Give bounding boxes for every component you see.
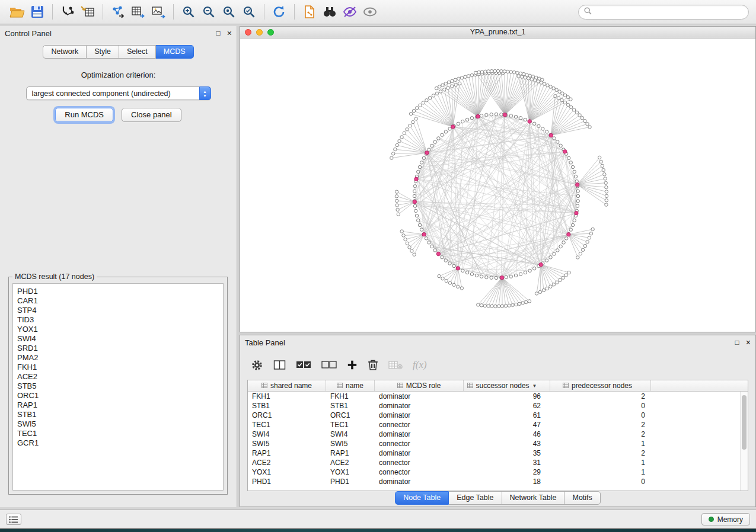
cell-successors: 61 xyxy=(464,411,550,419)
table-panel: Table Panel □ × xyxy=(240,335,756,507)
result-item[interactable]: FKH1 xyxy=(17,363,223,372)
import-network-icon[interactable] xyxy=(58,2,78,21)
table-scrollbar-thumb[interactable] xyxy=(742,395,747,450)
panel-menu-button[interactable] xyxy=(6,514,21,525)
close-panel-icon[interactable]: × xyxy=(227,29,232,37)
table-row[interactable]: YOX1YOX1connector291 xyxy=(248,467,748,477)
refresh-icon[interactable] xyxy=(269,2,289,21)
tab-motifs[interactable]: Motifs xyxy=(564,491,600,505)
table-settings-gear-icon[interactable] xyxy=(251,359,263,371)
result-item[interactable]: GCR1 xyxy=(17,438,223,448)
mcds-result-group: MCDS result (17 nodes) PHD1CAR1STP4TID3Y… xyxy=(8,277,228,495)
float-table-panel-icon[interactable]: □ xyxy=(735,339,739,346)
column-header-predecessor-nodes[interactable]: predecessor nodes xyxy=(550,380,651,391)
tab-node-table[interactable]: Node Table xyxy=(395,491,449,505)
tab-edge-table[interactable]: Edge Table xyxy=(449,491,502,505)
deselect-all-rows-icon[interactable] xyxy=(321,360,337,370)
result-item[interactable]: STB5 xyxy=(17,382,223,391)
tab-mcds[interactable]: MCDS xyxy=(156,45,194,59)
import-table-icon[interactable] xyxy=(78,2,98,21)
network-graph[interactable] xyxy=(240,39,755,332)
select-all-rows-icon[interactable] xyxy=(296,360,311,370)
close-panel-button[interactable]: Close panel xyxy=(122,108,181,122)
export-image-icon[interactable] xyxy=(148,2,168,21)
result-item[interactable]: TID3 xyxy=(17,315,223,325)
cell-shared_name: PHD1 xyxy=(248,477,326,486)
cell-predecessors: 2 xyxy=(550,430,651,438)
search-input[interactable] xyxy=(595,8,743,16)
table-row[interactable]: TEC1TEC1connector472 xyxy=(248,420,748,430)
zoom-selected-icon[interactable] xyxy=(239,2,259,21)
table-row[interactable]: FKH1FKH1dominator962 xyxy=(248,392,748,401)
table-toolbar: f(x) xyxy=(251,353,427,377)
cell-successors: 46 xyxy=(464,430,550,438)
dropdown-stepper-icon: ▲▼ xyxy=(199,86,211,100)
result-item[interactable]: STP4 xyxy=(17,306,223,315)
result-item[interactable]: SRD1 xyxy=(17,344,223,353)
result-item[interactable]: ACE2 xyxy=(17,372,223,382)
add-column-icon[interactable] xyxy=(347,360,358,370)
toolbar-separator xyxy=(103,4,103,20)
minimize-window-icon[interactable] xyxy=(256,29,263,36)
result-item[interactable]: PMA2 xyxy=(17,353,223,363)
criterion-dropdown[interactable]: largest connected component (undirected)… xyxy=(26,86,211,100)
hide-selected-icon[interactable] xyxy=(340,2,360,21)
result-item[interactable]: CAR1 xyxy=(17,296,223,306)
tab-network-table[interactable]: Network Table xyxy=(502,491,565,505)
cell-predecessors: 2 xyxy=(550,449,651,457)
close-table-panel-icon[interactable]: × xyxy=(746,338,751,347)
float-panel-icon[interactable]: □ xyxy=(216,30,221,37)
run-mcds-button[interactable]: Run MCDS xyxy=(55,108,113,122)
export-network-icon[interactable] xyxy=(108,2,128,21)
memory-status-icon xyxy=(709,517,714,522)
result-item[interactable]: TEC1 xyxy=(17,429,223,438)
result-item[interactable]: RAP1 xyxy=(17,400,223,410)
cell-shared_name: RAP1 xyxy=(248,449,326,457)
zoom-out-icon[interactable] xyxy=(199,2,219,21)
cell-predecessors: 0 xyxy=(550,411,651,419)
first-neighbors-icon[interactable] xyxy=(320,2,340,21)
toolbar-separator xyxy=(52,4,53,20)
cell-shared_name: ORC1 xyxy=(248,411,326,419)
cell-predecessors: 1 xyxy=(550,468,651,476)
show-columns-icon[interactable] xyxy=(273,360,286,370)
control-panel-title: Control Panel xyxy=(5,29,52,38)
result-item[interactable]: ORC1 xyxy=(17,391,223,400)
window-controls xyxy=(245,29,274,36)
table-row[interactable]: ACE2ACE2connector311 xyxy=(248,458,748,467)
column-header-name[interactable]: name xyxy=(326,380,375,391)
table-row[interactable]: SWI4SWI4dominator462 xyxy=(248,430,748,439)
table-row[interactable]: SWI5SWI5connector431 xyxy=(248,439,748,448)
result-item[interactable]: PHD1 xyxy=(17,287,223,296)
result-item[interactable]: SWI4 xyxy=(17,334,223,344)
result-item[interactable]: YOX1 xyxy=(17,325,223,334)
cell-role: dominator xyxy=(375,392,464,400)
zoom-in-icon[interactable] xyxy=(178,2,199,21)
column-header-MCDS-role[interactable]: MCDS role xyxy=(375,380,464,391)
maximize-window-icon[interactable] xyxy=(267,29,274,36)
column-header-shared-name[interactable]: shared name xyxy=(248,380,326,391)
result-item[interactable]: SWI5 xyxy=(17,419,223,429)
table-row[interactable]: ORC1ORC1dominator610 xyxy=(248,411,748,420)
export-table-icon[interactable] xyxy=(128,2,148,21)
tab-select[interactable]: Select xyxy=(119,45,156,59)
tab-network[interactable]: Network xyxy=(43,45,87,59)
table-scrollbar[interactable] xyxy=(740,392,748,491)
save-icon[interactable] xyxy=(27,2,47,21)
table-row[interactable]: STB1STB1dominator620 xyxy=(248,401,748,411)
delete-column-icon[interactable] xyxy=(368,359,378,371)
open-folder-icon[interactable] xyxy=(7,2,27,21)
tab-style[interactable]: Style xyxy=(87,45,119,59)
result-item[interactable]: STB1 xyxy=(17,410,223,419)
close-window-icon[interactable] xyxy=(245,29,251,36)
column-header-successor-nodes[interactable]: successor nodes▼ xyxy=(464,380,550,391)
clear-table-icon xyxy=(388,360,403,370)
zoom-fit-icon[interactable] xyxy=(219,2,239,21)
mcds-result-list[interactable]: PHD1CAR1STP4TID3YOX1SWI4SRD1PMA2FKH1ACE2… xyxy=(12,283,224,491)
share-document-icon[interactable] xyxy=(299,2,320,21)
toggle-graphics-icon[interactable] xyxy=(360,2,380,21)
memory-button[interactable]: Memory xyxy=(701,513,750,525)
table-row[interactable]: RAP1RAP1dominator352 xyxy=(248,448,748,458)
table-row[interactable]: PHD1PHD1dominator180 xyxy=(248,477,748,486)
network-titlebar[interactable]: YPA_prune.txt_1 xyxy=(240,27,755,39)
